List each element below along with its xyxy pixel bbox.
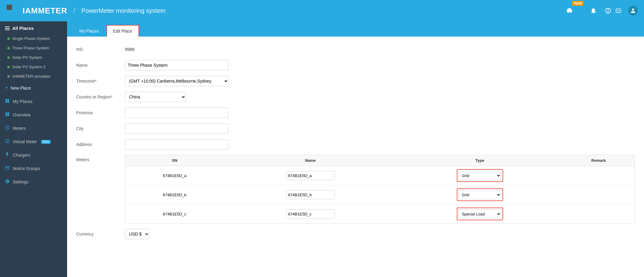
sidebar-item-solar-pv-2[interactable]: Solar PV System 2 [0, 62, 67, 72]
country-label: Country or Region* [76, 94, 125, 99]
header-left: IAMMETER / PowerMeter monitoring system [6, 4, 165, 17]
meter-name-input[interactable] [286, 209, 335, 218]
sidebar-item-settings[interactable]: Settings [0, 175, 67, 189]
settings-icon [5, 179, 10, 185]
tab-edit-place[interactable]: Edit Place [106, 25, 139, 37]
meters-row: Meters SN Name Type Remark [76, 155, 635, 224]
province-input[interactable] [125, 108, 229, 118]
col-type: Type [397, 155, 563, 166]
sidebar-item-label: Three Phase System [12, 46, 49, 50]
city-input[interactable] [125, 123, 229, 134]
svg-text:EN: EN [617, 10, 620, 12]
virtual-meter-icon [5, 139, 10, 145]
svg-rect-4 [10, 11, 13, 17]
main-content: My Places Edit Place #ID 8986 Name Timez… [67, 21, 644, 277]
svg-rect-2 [13, 8, 19, 10]
sidebar-all-places[interactable]: All Places [0, 21, 67, 34]
meter-remark [563, 185, 635, 204]
translate-icon[interactable]: EN [614, 6, 623, 16]
col-remark: Remark [563, 155, 635, 166]
meter-remark [563, 166, 635, 185]
country-row: Country or Region* China Australia Unite… [76, 91, 635, 102]
logo-text: IAMMETER [23, 6, 67, 16]
logo: IAMMETER [6, 4, 67, 17]
timezone-select[interactable]: (GMT +10:00) Canberra,Melbourne,Sydney (… [125, 76, 229, 86]
type-highlight: Grid Load Solar Special Load [457, 169, 503, 182]
puzzle-new-group: NEW [565, 6, 584, 16]
meter-sn: 674B1E5D_c [125, 204, 224, 224]
sidebar-nav-label: My Places [13, 99, 33, 104]
sidebar-item-label: Solar PV System 2 [12, 65, 45, 69]
sidebar-item-single-phase[interactable]: Single Phase System [0, 34, 67, 43]
sidebar-nav-label: Settings [13, 179, 28, 184]
sidebar-places-list: Single Phase System Three Phase System S… [0, 34, 67, 81]
dot-icon [7, 47, 10, 49]
meter-type-select[interactable]: Grid Load Solar Special Load [459, 209, 501, 218]
plus-icon: + [5, 85, 8, 91]
globe-icon[interactable] [603, 6, 613, 16]
sidebar-item-label: Solar PV System [12, 55, 42, 60]
svg-rect-3 [7, 11, 9, 17]
grid-icon [5, 98, 10, 105]
sidebar-item-virtual-meter[interactable]: Virtual Meter Beta [0, 135, 67, 148]
header: IAMMETER / PowerMeter monitoring system … [0, 0, 644, 21]
sidebar-section-label: All Places [12, 26, 34, 31]
sidebar-new-place[interactable]: + New Place [0, 81, 67, 95]
meter-sn: 674B1E5D_a [125, 166, 224, 185]
sidebar-nav-label: Chargers [13, 153, 30, 158]
meter-type-cell: Grid Load Solar Special Load [397, 204, 563, 224]
meter-name-input[interactable] [286, 190, 335, 199]
sidebar-item-three-phase[interactable]: Three Phase System [0, 43, 67, 53]
notification-icon[interactable] [589, 6, 598, 16]
currency-row: Currency USD $ AUD $ EUR € GBP £ CNY ¥ [76, 229, 635, 240]
sidebar-item-chargers[interactable]: Chargers [0, 148, 67, 162]
avatar[interactable] [628, 6, 638, 16]
meter-type-select[interactable]: Grid Load Solar Special Load [459, 190, 501, 199]
meter-name-input[interactable] [286, 171, 335, 180]
header-right: NEW EN [565, 6, 638, 16]
svg-rect-0 [7, 5, 12, 10]
meter-name-cell [224, 166, 397, 185]
meters-label: Meters [76, 155, 125, 162]
sidebar-item-solar-pv[interactable]: Solar PV System [0, 53, 67, 62]
svg-rect-1 [13, 5, 19, 7]
type-highlight: Grid Load Solar Special Load [457, 188, 503, 201]
meter-name-cell [224, 204, 397, 224]
beta-badge: Beta [41, 140, 51, 144]
meter-type-select[interactable]: Grid Load Solar Special Load [459, 171, 501, 180]
name-input[interactable] [125, 60, 229, 70]
tabs-bar: My Places Edit Place [67, 21, 644, 37]
currency-select[interactable]: USD $ AUD $ EUR € GBP £ CNY ¥ [125, 229, 149, 239]
new-place-label: New Place [11, 86, 31, 91]
address-label: Address [76, 142, 125, 147]
province-label: Province [76, 110, 125, 115]
notice-icon [5, 165, 10, 172]
meter-name-cell [224, 185, 397, 204]
table-row: 674B1E5D_c Grid Load Sol [125, 204, 635, 224]
globe-icon-group: EN [603, 6, 623, 16]
logo-icon [6, 4, 20, 17]
hamburger-icon [5, 27, 10, 30]
sidebar-item-notice-groups[interactable]: Notice Groups [0, 162, 67, 175]
sidebar-nav-label: Virtual Meter [13, 139, 37, 144]
name-row: Name [76, 60, 635, 71]
sidebar-item-iammeter-sim[interactable]: IAMMETER-simulator [0, 72, 67, 81]
layout: All Places Single Phase System Three Pha… [0, 21, 644, 277]
id-label: #ID [76, 47, 125, 52]
new-badge: NEW [572, 1, 584, 6]
meter-type-cell: Grid Load Solar Special Load [397, 166, 563, 185]
sidebar-item-overview[interactable]: Overview [0, 108, 67, 122]
svg-point-8 [5, 139, 9, 143]
sidebar-item-meters[interactable]: Meters [0, 122, 67, 135]
currency-label: Currency [76, 232, 125, 236]
address-input[interactable] [125, 139, 229, 150]
table-row: 674B1E5D_a Grid Load Sol [125, 166, 635, 185]
country-select[interactable]: China Australia United States [125, 92, 186, 102]
name-label: Name [76, 63, 125, 68]
sidebar-item-my-places[interactable]: My Places [0, 95, 67, 108]
tab-my-places[interactable]: My Places [73, 26, 105, 37]
dot-icon [7, 56, 10, 59]
header-divider: / [73, 7, 75, 15]
puzzle-icon[interactable] [565, 6, 574, 16]
table-row: 674B1E5D_b Grid Load Sol [125, 185, 635, 204]
